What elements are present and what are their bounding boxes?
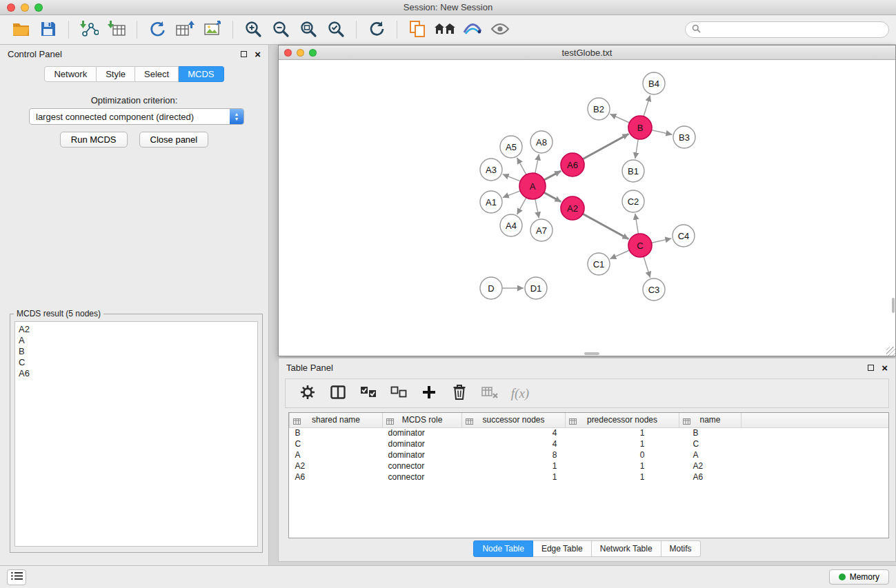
cell-mcds-role[interactable]: dominator bbox=[383, 438, 462, 449]
graph-edge-A-A3[interactable] bbox=[503, 174, 521, 181]
refresh-layout-button[interactable] bbox=[363, 17, 390, 42]
cell-name[interactable]: A6 bbox=[679, 472, 741, 483]
graph-edge-C-C2[interactable] bbox=[635, 214, 639, 234]
search-input[interactable] bbox=[704, 25, 882, 34]
result-item-b[interactable]: B bbox=[19, 346, 254, 357]
home-button[interactable] bbox=[431, 17, 459, 42]
run-mcds-button[interactable]: Run MCDS bbox=[60, 132, 128, 148]
column-header-successor-nodes[interactable]: successor nodes bbox=[462, 413, 566, 427]
result-item-a6[interactable]: A6 bbox=[19, 368, 254, 379]
graph-edge-C-C1[interactable] bbox=[610, 250, 629, 259]
zoom-fit-button[interactable] bbox=[295, 17, 322, 42]
table-row[interactable]: Cdominator41C bbox=[290, 438, 889, 449]
cell-successor-nodes[interactable]: 1 bbox=[462, 460, 566, 472]
add-row-button[interactable] bbox=[417, 382, 441, 405]
optimization-criterion-dropdown[interactable]: largest connected component (directed) ▲… bbox=[29, 108, 244, 125]
cell-shared-name[interactable]: A bbox=[290, 449, 383, 460]
import-table-button[interactable] bbox=[103, 17, 130, 42]
cell-name[interactable]: A2 bbox=[679, 460, 741, 472]
graph-edge-A-A6[interactable] bbox=[544, 171, 561, 180]
table-row[interactable]: A2connector11A2 bbox=[290, 460, 889, 472]
memory-button[interactable]: Memory bbox=[829, 569, 889, 585]
show-columns-button[interactable] bbox=[326, 382, 350, 405]
graph-edge-A-A7[interactable] bbox=[535, 199, 539, 219]
graph-edge-A-A4[interactable] bbox=[517, 198, 526, 215]
delete-table-button[interactable] bbox=[477, 382, 502, 405]
graph-edge-B-B4[interactable] bbox=[644, 95, 650, 116]
cell-predecessor-nodes[interactable]: 0 bbox=[566, 449, 679, 460]
table-row[interactable]: Bdominator41B bbox=[290, 427, 889, 438]
task-history-button[interactable] bbox=[7, 569, 26, 585]
column-header-mcds-role[interactable]: MCDS role bbox=[383, 413, 462, 427]
cell-shared-name[interactable]: B bbox=[290, 427, 383, 438]
zoom-window-button[interactable] bbox=[34, 3, 43, 12]
tab-motifs[interactable]: Motifs bbox=[661, 540, 701, 557]
float-panel-icon[interactable] bbox=[241, 51, 247, 57]
tab-network-table[interactable]: Network Table bbox=[592, 540, 661, 557]
result-item-a2[interactable]: A2 bbox=[19, 324, 254, 335]
close-panel-icon[interactable]: × bbox=[255, 50, 261, 59]
cell-mcds-role[interactable]: dominator bbox=[383, 449, 462, 460]
table-settings-button[interactable] bbox=[295, 382, 320, 405]
network-canvas[interactable]: B4B2BB3A5A8A6B1A3AC2A1A2A4A7C4CC1C3DD1 bbox=[279, 60, 895, 356]
zoom-network-window-button[interactable] bbox=[309, 49, 317, 57]
open-session-button[interactable] bbox=[7, 17, 34, 42]
zoom-out-button[interactable] bbox=[267, 17, 295, 42]
zoom-selected-button[interactable] bbox=[322, 17, 350, 42]
export-image-button[interactable] bbox=[199, 17, 226, 42]
horizontal-scrollbar-thumb[interactable] bbox=[584, 352, 599, 355]
tab-network[interactable]: Network bbox=[44, 66, 97, 82]
function-builder-button[interactable]: f(x) bbox=[508, 382, 532, 405]
save-session-button[interactable] bbox=[34, 17, 62, 42]
graph-edge-A6-B[interactable] bbox=[583, 134, 629, 159]
export-network-button[interactable] bbox=[143, 17, 171, 42]
cell-predecessor-nodes[interactable]: 1 bbox=[566, 427, 679, 438]
graph-edge-B-B2[interactable] bbox=[610, 114, 629, 123]
column-header-predecessor-nodes[interactable]: predecessor nodes bbox=[566, 413, 679, 427]
result-item-c[interactable]: C bbox=[19, 357, 254, 368]
cell-successor-nodes[interactable]: 4 bbox=[462, 427, 566, 438]
tab-node-table[interactable]: Node Table bbox=[473, 540, 533, 557]
eye-button[interactable] bbox=[486, 17, 514, 42]
graph-edge-C-C3[interactable] bbox=[644, 256, 650, 278]
graph-edge-B-B3[interactable] bbox=[652, 130, 673, 135]
zoom-in-button[interactable] bbox=[239, 17, 267, 42]
select-all-button[interactable] bbox=[356, 382, 381, 405]
graph-edge-A-A5[interactable] bbox=[517, 158, 526, 175]
export-table-button[interactable] bbox=[171, 17, 199, 42]
deselect-all-button[interactable] bbox=[386, 382, 411, 405]
cell-name[interactable]: A bbox=[679, 449, 741, 460]
tab-edge-table[interactable]: Edge Table bbox=[533, 540, 592, 557]
cell-predecessor-nodes[interactable]: 1 bbox=[566, 460, 679, 472]
vertical-scrollbar-thumb[interactable] bbox=[892, 298, 895, 313]
cell-shared-name[interactable]: C bbox=[290, 438, 383, 449]
float-panel-icon[interactable] bbox=[868, 365, 874, 371]
column-header-name[interactable]: name bbox=[679, 413, 741, 427]
import-network-button[interactable] bbox=[75, 17, 103, 42]
cell-mcds-role[interactable]: connector bbox=[383, 460, 462, 472]
cell-name[interactable]: C bbox=[679, 438, 741, 449]
graph-edge-B-B1[interactable] bbox=[635, 139, 639, 159]
graph-edge-A2-C[interactable] bbox=[583, 214, 629, 239]
resize-grip[interactable] bbox=[886, 347, 895, 356]
cybrowser-button[interactable] bbox=[404, 17, 431, 42]
attribute-table[interactable]: shared nameMCDS rolesuccessor nodesprede… bbox=[289, 413, 888, 483]
cell-mcds-role[interactable]: connector bbox=[383, 472, 462, 483]
cell-predecessor-nodes[interactable]: 1 bbox=[566, 472, 679, 483]
graph-edge-A-A8[interactable] bbox=[535, 154, 539, 174]
cell-successor-nodes[interactable]: 1 bbox=[462, 472, 566, 483]
graph-edge-A-A1[interactable] bbox=[503, 191, 521, 198]
swirl-button[interactable] bbox=[459, 17, 486, 42]
minimize-network-window-button[interactable] bbox=[297, 49, 304, 57]
cell-shared-name[interactable]: A6 bbox=[290, 472, 383, 483]
graph-edge-A-A2[interactable] bbox=[544, 192, 561, 202]
mcds-result-list[interactable]: A2ABCA6 bbox=[14, 321, 258, 547]
cell-successor-nodes[interactable]: 8 bbox=[462, 449, 566, 460]
tab-style[interactable]: Style bbox=[97, 66, 135, 82]
cell-mcds-role[interactable]: dominator bbox=[383, 427, 462, 438]
column-header-shared-name[interactable]: shared name bbox=[290, 413, 383, 427]
network-graph[interactable]: B4B2BB3A5A8A6B1A3AC2A1A2A4A7C4CC1C3DD1 bbox=[279, 60, 895, 356]
minimize-window-button[interactable] bbox=[21, 3, 29, 12]
table-row[interactable]: Adominator80A bbox=[290, 449, 889, 460]
cell-predecessor-nodes[interactable]: 1 bbox=[566, 438, 679, 449]
